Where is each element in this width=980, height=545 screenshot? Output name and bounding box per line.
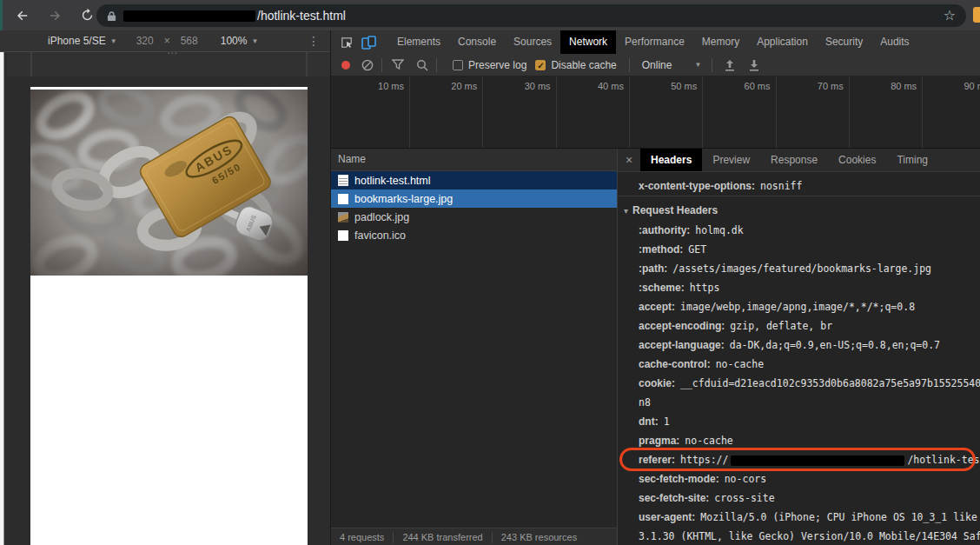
- request-headers-section[interactable]: ▾Request Headers: [618, 200, 980, 221]
- request-row-bookmarks-large.jpg[interactable]: bookmarks-large.jpg: [331, 189, 617, 208]
- header-line: cookie:__cfduid=d21eacd102c9353d0b6a8082…: [618, 374, 980, 393]
- header-name: referer:: [639, 454, 675, 466]
- details-tab-preview[interactable]: Preview: [702, 149, 760, 171]
- timeline-gridline: [849, 76, 850, 148]
- header-line: n8: [618, 393, 980, 412]
- throttling-select[interactable]: Online ▼: [642, 59, 702, 71]
- tab-audits[interactable]: Audits: [871, 30, 917, 54]
- header-line: referer:https:///hotlink-test.html: [618, 450, 980, 469]
- timeline-gridline: [702, 76, 703, 148]
- record-button[interactable]: [341, 61, 350, 70]
- details-tabs: HeadersPreviewResponseCookiesTiming: [640, 149, 938, 171]
- details-tab-timing[interactable]: Timing: [886, 149, 938, 171]
- page-viewport: ABUS ABUS 65/50: [30, 87, 308, 545]
- request-row-hotlink-test.html[interactable]: hotlink-test.html: [331, 171, 617, 189]
- toggle-device-toolbar-button[interactable]: [361, 35, 376, 50]
- export-har-button[interactable]: [747, 58, 761, 72]
- status-item: 243 KB resources: [493, 532, 586, 542]
- header-name: :scheme:: [639, 282, 685, 294]
- tab-memory[interactable]: Memory: [693, 30, 748, 54]
- tab-application[interactable]: Application: [748, 30, 817, 54]
- header-line: accept-encoding:gzip, deflate, br: [618, 316, 980, 336]
- redacted-referer-host: [731, 455, 904, 466]
- details-tab-bar: × HeadersPreviewResponseCookiesTiming: [618, 149, 980, 172]
- close-details-button[interactable]: ×: [618, 149, 640, 171]
- tab-console[interactable]: Console: [449, 30, 505, 54]
- header-value: cross-site: [714, 492, 774, 504]
- back-button[interactable]: [13, 6, 32, 25]
- header-value: gzip, deflate, br: [730, 320, 832, 332]
- image-thumb-icon: [338, 212, 348, 223]
- tab-network[interactable]: Network: [560, 30, 616, 54]
- devtools-tab-bar: ElementsConsoleSourcesNetworkPerformance…: [331, 30, 980, 54]
- request-row-favicon.ico[interactable]: favicon.ico: [331, 226, 617, 244]
- address-bar[interactable]: /hotlink-test.html ☆: [96, 4, 966, 27]
- reload-button[interactable]: [77, 6, 96, 25]
- upload-icon: [724, 59, 736, 71]
- search-button[interactable]: [415, 58, 429, 72]
- clear-button[interactable]: [361, 58, 374, 72]
- zoom-selector[interactable]: 100%: [221, 35, 248, 47]
- lock-icon: [107, 10, 116, 22]
- network-status-bar: 4 requests244 KB transferred243 KB resou…: [331, 528, 617, 545]
- header-value: n8: [639, 396, 651, 409]
- timeline-tick-label: 70 ms: [791, 81, 844, 91]
- headers-content: x-content-type-options:nosniff▾Request H…: [618, 172, 980, 545]
- header-value: no-cache: [716, 358, 764, 370]
- inspect-element-button[interactable]: [339, 35, 354, 50]
- timeline-tick-label: 60 ms: [718, 81, 771, 91]
- timeline-tick-label: 40 ms: [572, 81, 624, 91]
- header-value-prefix: https://: [680, 454, 728, 466]
- column-header-name[interactable]: Name: [331, 149, 617, 171]
- header-value: 3.1.30 (KHTML, like Gecko) Version/10.0 …: [639, 530, 980, 542]
- forward-button[interactable]: [45, 6, 64, 25]
- request-rows: hotlink-test.htmlbookmarks-large.jpgpadl…: [331, 171, 617, 244]
- request-name: hotlink-test.html: [354, 175, 431, 187]
- device-toolbar-icon: [361, 36, 376, 50]
- tab-sources[interactable]: Sources: [505, 30, 560, 54]
- preserve-log-toggle[interactable]: Preserve log: [453, 59, 526, 71]
- filter-button[interactable]: [391, 58, 405, 72]
- header-line: pragma:no-cache: [618, 431, 980, 450]
- reload-icon: [80, 8, 95, 23]
- header-line: :method:GET: [618, 240, 980, 259]
- throttling-caret-icon: ▼: [694, 61, 701, 69]
- tab-security[interactable]: Security: [817, 30, 871, 54]
- header-name: :path:: [639, 263, 667, 275]
- device-width-field[interactable]: 320: [136, 35, 154, 47]
- resize-handle-icon[interactable]: ⋯: [155, 47, 189, 59]
- section-triangle-icon: ▾: [624, 206, 628, 216]
- section-label: Request Headers: [632, 204, 718, 216]
- timeline-tick-label: 50 ms: [645, 81, 697, 91]
- timeline-tick-label: 80 ms: [864, 81, 917, 91]
- details-tab-headers[interactable]: Headers: [640, 149, 702, 171]
- preserve-log-checkbox[interactable]: [453, 60, 463, 70]
- tab-performance[interactable]: Performance: [616, 30, 693, 54]
- disable-cache-toggle[interactable]: ✓ Disable cache: [535, 59, 616, 71]
- timeline-gridline: [482, 76, 483, 148]
- device-height-field[interactable]: 568: [181, 35, 198, 47]
- request-name: favicon.ico: [354, 229, 406, 242]
- throttling-value: Online: [642, 59, 672, 71]
- request-row-padlock.jpg[interactable]: padlock.jpg: [331, 208, 617, 226]
- inspect-cursor-icon: [340, 36, 354, 50]
- clear-icon: [361, 59, 374, 71]
- bookmark-star-icon[interactable]: ☆: [944, 9, 956, 23]
- details-tab-cookies[interactable]: Cookies: [828, 149, 886, 171]
- devtools-tabs: ElementsConsoleSourcesNetworkPerformance…: [388, 30, 918, 54]
- header-value: https: [690, 282, 720, 294]
- device-toolbar-menu-icon[interactable]: ⋮: [308, 34, 320, 48]
- disable-cache-checkbox[interactable]: ✓: [535, 60, 546, 70]
- network-overview-timeline[interactable]: 10 ms20 ms30 ms40 ms50 ms60 ms70 ms80 ms…: [331, 76, 980, 149]
- header-line: user-agent:Mozilla/5.0 (iPhone; CPU iPho…: [618, 508, 980, 527]
- document-icon: [338, 175, 348, 186]
- device-selector[interactable]: iPhone 5/SE: [48, 35, 106, 47]
- header-name: accept-encoding:: [639, 320, 725, 332]
- extension-icon[interactable]: [973, 7, 980, 23]
- details-tab-response[interactable]: Response: [760, 149, 828, 171]
- header-value-suffix: /hotlink-test.html: [907, 454, 980, 466]
- padlock-photo: ABUS ABUS 65/50: [30, 90, 308, 276]
- tab-elements[interactable]: Elements: [388, 30, 449, 54]
- devtools-panel: ElementsConsoleSourcesNetworkPerformance…: [330, 30, 980, 545]
- import-har-button[interactable]: [723, 58, 737, 72]
